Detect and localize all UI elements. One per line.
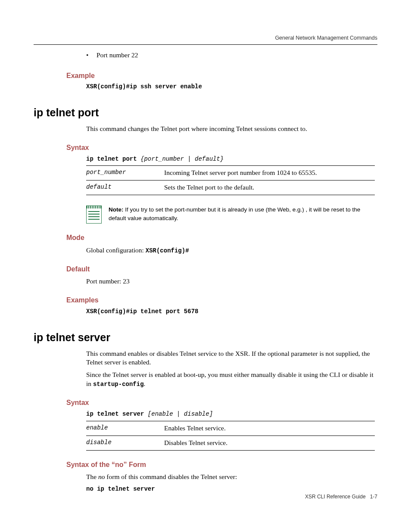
mode-text: Global configuration: XSR(config)#	[86, 246, 377, 255]
command-title: ip telnet port	[34, 106, 377, 120]
header-title: General Network Management Commands	[275, 35, 377, 41]
param-desc: Incoming Telnet server port number from …	[164, 166, 375, 180]
param-desc: Enables Telnet service.	[164, 421, 375, 436]
syntax-keyword: ip telnet port	[86, 156, 140, 162]
param-key: disable	[86, 436, 164, 450]
syntax-heading: Syntax	[66, 398, 377, 408]
default-text: Port number: 23	[86, 277, 377, 286]
table-row: disable Disables Telnet service.	[86, 436, 375, 450]
command-description: This command changes the Telnet port whe…	[86, 124, 377, 134]
table-row: enable Enables Telnet service.	[86, 421, 375, 436]
param-key: default	[86, 180, 164, 195]
no-form-code: no ip telnet server	[86, 485, 377, 493]
syntax-args: [enable | disable]	[148, 411, 213, 417]
command-description: This command enables or disables Telnet …	[86, 349, 377, 367]
bullet-text: Port number 22	[97, 51, 138, 59]
syntax-line: ip telnet server [enable | disable]	[86, 410, 377, 418]
mode-heading: Mode	[66, 233, 377, 243]
parameter-table: port_number Incoming Telnet server port …	[86, 165, 375, 195]
text-part: The	[86, 473, 98, 480]
note-block: Note: If you try to set the port-number …	[86, 205, 377, 224]
param-desc: Sets the Telnet port to the default.	[164, 180, 375, 195]
syntax-args: {port_number | default}	[140, 156, 224, 162]
examples-code: XSR(config)#ip telnet port 5678	[86, 308, 377, 316]
command-description: Since the Telnet server is enabled at bo…	[86, 370, 377, 389]
table-row: port_number Incoming Telnet server port …	[86, 166, 375, 180]
table-row: default Sets the Telnet port to the defa…	[86, 180, 375, 195]
parameter-table: enable Enables Telnet service. disable D…	[86, 421, 375, 451]
no-form-heading: Syntax of the “no” Form	[66, 460, 377, 470]
param-key: port_number	[86, 166, 164, 180]
syntax-line: ip telnet port {port_number | default}	[86, 155, 377, 163]
syntax-heading: Syntax	[66, 143, 377, 152]
example-heading: Example	[66, 71, 377, 81]
text-em: no	[98, 473, 105, 480]
desc-code: startup-config	[93, 381, 144, 388]
note-icon	[86, 205, 102, 224]
mode-code: XSR(config)#	[146, 247, 189, 254]
bullet-item: •Port number 22	[86, 51, 377, 60]
param-desc: Disables Telnet service.	[164, 436, 375, 450]
note-body: If you try to set the port-number but it…	[109, 206, 360, 221]
footer-book: XSR CLI Reference Guide	[305, 494, 366, 500]
param-key: enable	[86, 421, 164, 436]
note-text: Note: If you try to set the port-number …	[109, 205, 377, 222]
examples-heading: Examples	[66, 296, 377, 305]
syntax-keyword: ip telnet server	[86, 411, 148, 417]
desc-part: .	[144, 380, 146, 387]
bullet-icon: •	[86, 51, 97, 60]
default-heading: Default	[66, 264, 377, 274]
page-header: General Network Management Commands	[34, 34, 377, 45]
command-title: ip telnet server	[34, 330, 377, 345]
footer-page: 1-7	[370, 494, 377, 500]
no-form-text: The no form of this command disables the…	[86, 473, 377, 482]
mode-label: Global configuration:	[86, 246, 146, 254]
page-footer: XSR CLI Reference Guide 1-7	[305, 493, 377, 500]
note-label: Note:	[109, 206, 124, 213]
text-part: form of this command disables the Telnet…	[105, 473, 237, 480]
example-code: XSR(config)#ip ssh server enable	[86, 83, 377, 91]
